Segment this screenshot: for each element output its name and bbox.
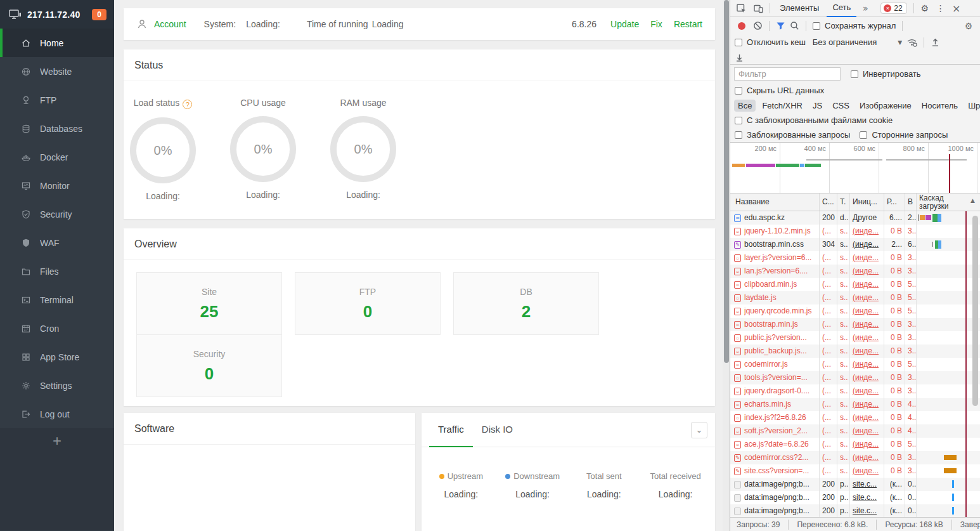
overview-item-ftp[interactable]: FTP 0	[295, 272, 441, 335]
network-overview-timeline[interactable]: 200 мс 400 мс 600 мс 800 мс 1000 мс	[730, 143, 980, 193]
network-request-row[interactable]: clipboard.min.js (... s.. (инде... 0 B 5…	[730, 278, 980, 291]
network-request-row[interactable]: bootstrap.min.js (... s.. (инде... 0 B 3…	[730, 318, 980, 331]
tab-network[interactable]: Сеть	[827, 0, 856, 17]
request-initiator-cell[interactable]: (инде...	[850, 305, 884, 318]
record-button[interactable]	[738, 22, 745, 30]
filter-pill[interactable]: CSS	[828, 100, 853, 112]
network-request-row[interactable]: layer.js?version=6... (... s.. (инде... …	[730, 251, 980, 265]
message-count-badge[interactable]: 0	[92, 9, 106, 20]
network-request-row[interactable]: public.js?version... (... s.. (инде... 0…	[730, 331, 980, 344]
help-icon[interactable]: ?	[183, 100, 192, 109]
sidebar-item[interactable]: Settings	[0, 371, 114, 400]
request-initiator-cell[interactable]: (инде...	[850, 424, 884, 438]
column-initiator[interactable]: Иниц...	[850, 193, 884, 211]
network-request-row[interactable]: lan.js?version=6.... (... s.. (инде... 0…	[730, 265, 980, 278]
disable-cache-checkbox[interactable]	[735, 39, 742, 46]
request-initiator-cell[interactable]: (инде...	[850, 398, 884, 411]
sidebar-item[interactable]: Databases	[0, 114, 114, 143]
network-request-row[interactable]: codemirror.css?2... (... s.. (инде... 0 …	[730, 451, 980, 464]
request-initiator-cell[interactable]: (инде...	[850, 451, 884, 464]
request-initiator-cell[interactable]: (инде...	[850, 238, 884, 251]
restart-button[interactable]: Restart	[674, 19, 702, 29]
column-waterfall[interactable]: Каскад загрузки ▲	[917, 193, 980, 211]
request-initiator-cell[interactable]: (инде...	[850, 411, 884, 424]
blocked-requests-checkbox[interactable]	[735, 131, 742, 139]
blocked-cookies-checkbox[interactable]	[735, 117, 742, 124]
request-initiator-cell[interactable]: Другое	[850, 211, 884, 225]
network-request-row[interactable]: index.js?f2=6.8.26 (... s.. (инде... 0 B…	[730, 411, 980, 424]
sidebar-item[interactable]: FTP	[0, 86, 114, 114]
filter-pill[interactable]: Носитель	[918, 100, 962, 112]
throttling-select[interactable]: Без ограничения	[813, 37, 877, 47]
network-request-row[interactable]: public_backup.js... (... s.. (инде... 0 …	[730, 344, 980, 358]
request-initiator-cell[interactable]: (инде...	[850, 344, 884, 358]
sidebar-add-button[interactable]: +	[0, 428, 114, 530]
sidebar-item[interactable]: WAF	[0, 228, 114, 257]
more-tabs-icon[interactable]: »	[858, 3, 872, 13]
import-har-icon[interactable]	[931, 37, 940, 47]
sidebar-item[interactable]: Home	[0, 29, 114, 57]
export-har-icon[interactable]	[735, 53, 744, 62]
sidebar-item[interactable]: Log out	[0, 400, 114, 428]
network-request-row[interactable]: echarts.min.js (... s.. (инде... 0 B 4..	[730, 398, 980, 411]
request-initiator-cell[interactable]: (инде...	[850, 371, 884, 384]
filter-pill[interactable]: Шрифт	[964, 100, 980, 112]
sidebar-item[interactable]: Docker	[0, 143, 114, 171]
network-settings-icon[interactable]: ⚙	[962, 21, 976, 31]
request-initiator-cell[interactable]: (инде...	[850, 318, 884, 331]
request-initiator-cell[interactable]: (инде...	[850, 291, 884, 305]
sidebar-item[interactable]: Monitor	[0, 171, 114, 200]
tab-disk-io[interactable]: Disk IO	[473, 412, 522, 447]
account-link[interactable]: Account	[154, 19, 186, 29]
network-request-row[interactable]: codemirror.js (... s.. (инде... 0 B 5..	[730, 358, 980, 371]
tab-elements[interactable]: Элементы	[774, 0, 825, 17]
network-request-row[interactable]: jquery-1.10.2.min.js (... s.. (инде... 0…	[730, 225, 980, 238]
filter-pill[interactable]: Изображение	[856, 100, 915, 112]
devtools-menu-icon[interactable]: ⋮	[934, 3, 948, 13]
request-initiator-cell[interactable]: (инде...	[850, 265, 884, 278]
update-button[interactable]: Update	[610, 19, 639, 29]
network-request-row[interactable]: bootstrap.min.css 304 s.. (инде... 2... …	[730, 238, 980, 251]
request-initiator-cell[interactable]: (инде...	[850, 464, 884, 478]
request-initiator-cell[interactable]: (инде...	[850, 331, 884, 344]
column-type[interactable]: Т.	[837, 193, 850, 211]
hide-data-urls-checkbox[interactable]	[735, 87, 742, 95]
network-request-row[interactable]: data:image/png;b... 200 p.. site.c... (к…	[730, 491, 980, 504]
devtools-close-icon[interactable]: ×	[950, 3, 964, 15]
sidebar-item[interactable]: App Store	[0, 343, 114, 371]
clear-icon[interactable]	[753, 21, 763, 30]
filter-pill[interactable]: JS	[809, 100, 826, 112]
fix-button[interactable]: Fix	[650, 19, 662, 29]
request-initiator-cell[interactable]: (инде...	[850, 358, 884, 371]
request-initiator-cell[interactable]: site.c...	[850, 491, 884, 504]
request-initiator-cell[interactable]: (инде...	[850, 384, 884, 398]
sidebar-item[interactable]: Security	[0, 200, 114, 228]
request-initiator-cell[interactable]: (инде...	[850, 225, 884, 238]
sidebar-item[interactable]: Terminal	[0, 285, 114, 314]
sidebar-item[interactable]: Files	[0, 257, 114, 285]
network-request-row[interactable]: tools.js?version=... (... s.. (инде... 0…	[730, 371, 980, 384]
filter-pill[interactable]: Все	[734, 100, 756, 112]
request-initiator-cell[interactable]: (инде...	[850, 251, 884, 265]
throttling-dropdown-icon[interactable]: ▼	[898, 39, 902, 46]
preserve-log-checkbox[interactable]	[813, 22, 820, 30]
network-request-row[interactable]: edu.aspc.kz 200 d.. Другое 6.... 2..	[730, 211, 980, 225]
invert-checkbox[interactable]	[851, 70, 858, 78]
overview-item-site[interactable]: Site 25	[136, 272, 282, 335]
request-initiator-cell[interactable]: (инде...	[850, 278, 884, 291]
network-request-row[interactable]: site.css?version=... (... s.. (инде... 0…	[730, 464, 980, 478]
request-initiator-cell[interactable]: (инде...	[850, 438, 884, 451]
inspect-element-icon[interactable]	[733, 0, 749, 16]
filter-pill[interactable]: Fetch/XHR	[758, 100, 806, 112]
request-initiator-cell[interactable]: site.c...	[850, 478, 884, 491]
devtools-settings-icon[interactable]: ⚙	[918, 3, 932, 13]
device-toolbar-icon[interactable]	[751, 0, 766, 16]
page-scrollbar[interactable]	[723, 0, 730, 531]
column-name[interactable]: Название	[730, 193, 820, 211]
overview-item-security[interactable]: Security 0	[136, 334, 282, 397]
traffic-dropdown-button[interactable]: ⌄	[691, 422, 707, 438]
column-status[interactable]: С...	[820, 193, 837, 211]
sidebar-item[interactable]: Website	[0, 57, 114, 86]
overview-item-db[interactable]: DB 2	[453, 272, 599, 335]
tab-traffic[interactable]: Traffic	[429, 412, 473, 447]
